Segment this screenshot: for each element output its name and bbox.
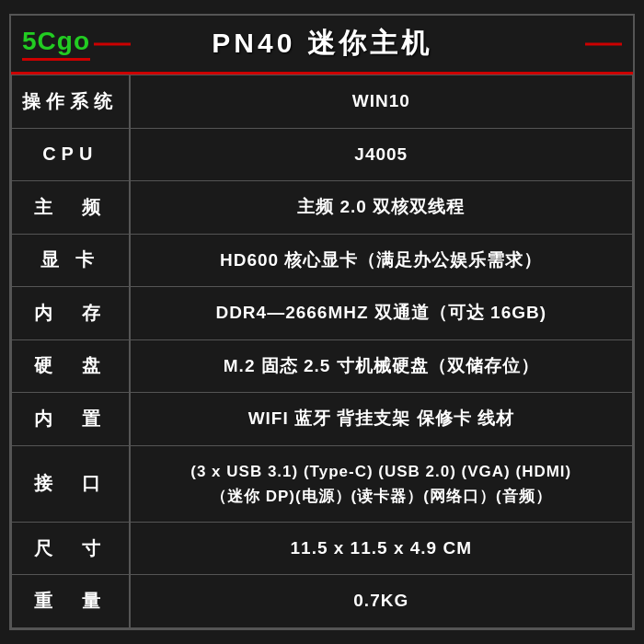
spec-label: 重 量 bbox=[12, 575, 130, 628]
table-row: 显 卡HD600 核心显卡（满足办公娱乐需求） bbox=[12, 234, 633, 287]
spec-value: WIN10 bbox=[130, 75, 633, 129]
spec-value: HD600 核心显卡（满足办公娱乐需求） bbox=[130, 234, 633, 287]
spec-label: CPU bbox=[12, 128, 130, 181]
table-row: 内 置WIFI 蓝牙 背挂支架 保修卡 线材 bbox=[12, 393, 633, 446]
spec-label: 内 存 bbox=[12, 287, 130, 340]
spec-label: 尺 寸 bbox=[12, 522, 130, 575]
spec-label: 显 卡 bbox=[12, 234, 130, 287]
spec-value: 0.7KG bbox=[130, 575, 633, 628]
spec-value: M.2 固态 2.5 寸机械硬盘（双储存位） bbox=[130, 339, 633, 393]
table-row: CPUJ4005 bbox=[12, 128, 633, 181]
logo-underline bbox=[22, 58, 90, 61]
deco-line-right bbox=[585, 42, 622, 45]
spec-value: 主频 2.0 双核双线程 bbox=[130, 181, 633, 235]
table-row: 主 频主频 2.0 双核双线程 bbox=[12, 181, 633, 235]
spec-value: J4005 bbox=[130, 128, 633, 181]
spec-label: 硬 盘 bbox=[12, 339, 130, 393]
specs-table: 操作系统WIN10CPUJ4005主 频主频 2.0 双核双线程显 卡HD600… bbox=[11, 75, 633, 628]
table-row: 尺 寸11.5 x 11.5 x 4.9 CM bbox=[12, 522, 633, 575]
spec-value: 11.5 x 11.5 x 4.9 CM bbox=[130, 522, 633, 575]
spec-label: 接 口 bbox=[12, 445, 130, 522]
spec-value: DDR4—2666MHZ 双通道（可达 16GB) bbox=[130, 287, 633, 340]
spec-label: 操作系统 bbox=[12, 75, 130, 129]
table-row: 重 量0.7KG bbox=[12, 575, 633, 628]
spec-value: (3 x USB 3.1) (Type-C) (USB 2.0) (VGA) (… bbox=[130, 445, 633, 522]
page-title: PN40 迷你主机 bbox=[212, 25, 431, 63]
deco-line-left bbox=[94, 42, 131, 45]
spec-value: WIFI 蓝牙 背挂支架 保修卡 线材 bbox=[130, 393, 633, 446]
header: 5Cgo PN40 迷你主机 bbox=[11, 16, 633, 75]
table-row: 操作系统WIN10 bbox=[12, 75, 633, 129]
spec-label: 主 频 bbox=[12, 181, 130, 235]
table-row: 硬 盘M.2 固态 2.5 寸机械硬盘（双储存位） bbox=[12, 339, 633, 393]
logo: 5Cgo bbox=[22, 27, 90, 61]
logo-text: 5Cgo bbox=[22, 27, 90, 55]
table-row: 接 口(3 x USB 3.1) (Type-C) (USB 2.0) (VGA… bbox=[12, 445, 633, 522]
product-card: 5Cgo PN40 迷你主机 操作系统WIN10CPUJ4005主 频主频 2.… bbox=[9, 14, 635, 630]
table-row: 内 存DDR4—2666MHZ 双通道（可达 16GB) bbox=[12, 287, 633, 340]
spec-label: 内 置 bbox=[12, 393, 130, 446]
